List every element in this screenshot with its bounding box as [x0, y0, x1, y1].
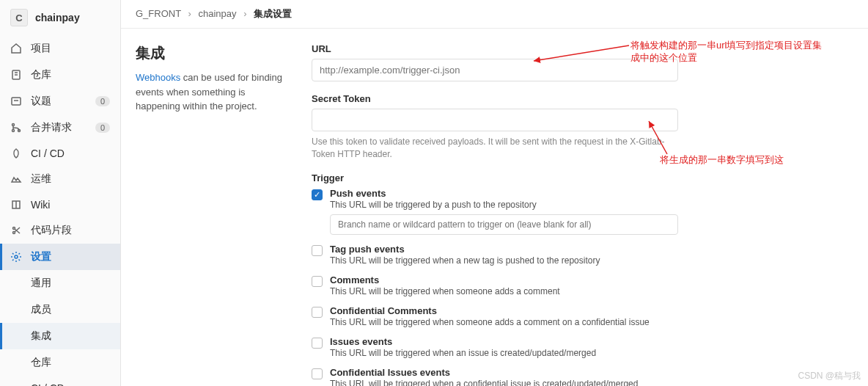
merge-icon [10, 122, 22, 134]
sidebar-item-repo[interactable]: 仓库 [0, 62, 120, 88]
url-input[interactable] [312, 59, 678, 81]
content: 集成 Webhooks can be used for binding even… [121, 29, 868, 386]
trigger-item: Confidential CommentsThis URL will be tr… [312, 305, 678, 327]
scissors-icon [10, 225, 22, 236]
trigger-checkbox[interactable] [312, 245, 323, 256]
trigger-desc: This URL will be triggered when a new ta… [330, 255, 678, 266]
sidebar-item-label: CI / CD [31, 382, 110, 386]
trigger-label-text: Confidential Comments [330, 305, 678, 316]
sidebar-item-cicd[interactable]: CI / CD [0, 141, 120, 166]
sidebar-sub-general[interactable]: 通用 [0, 270, 120, 296]
sidebar-sub-integrations[interactable]: 集成 [0, 323, 120, 349]
sidebar-item-label: 设置 [31, 250, 110, 263]
sidebar-item-label: 项目 [31, 42, 110, 55]
svg-point-3 [12, 130, 15, 132]
gear-icon [10, 251, 22, 263]
sidebar-sub-repo[interactable]: 仓库 [0, 349, 120, 376]
annotation-url: 将触发构建的那一串url填写到指定项目设置集 成中的这个位置 [630, 40, 822, 65]
rocket-icon [10, 148, 22, 159]
integration-title: 集成 [136, 43, 282, 63]
url-label: URL [312, 43, 678, 54]
breadcrumb-root[interactable]: G_FRONT [136, 8, 181, 19]
trigger-body: Push eventsThis URL will be triggered by… [330, 188, 678, 235]
secret-label: Secret Token [312, 93, 678, 104]
sidebar-item-label: CI / CD [31, 148, 110, 159]
trigger-checkbox[interactable]: ✓ [312, 189, 323, 200]
sidebar: C chainpay 项目 仓库 议题 0 合并请求 0 CI / CD 运维 [0, 0, 121, 386]
trigger-label: Trigger [312, 172, 678, 183]
project-badge: C [10, 9, 28, 26]
sidebar-item-project[interactable]: 项目 [0, 35, 120, 62]
sidebar-item-settings[interactable]: 设置 [0, 244, 120, 270]
home-icon [10, 43, 22, 54]
trigger-desc: This URL will be triggered when an issue… [330, 348, 678, 358]
trigger-item: ✓Push eventsThis URL will be triggered b… [312, 188, 678, 235]
sidebar-sub-members[interactable]: 成员 [0, 296, 120, 323]
trigger-item: Issues eventsThis URL will be triggered … [312, 336, 678, 358]
repo-icon [10, 69, 22, 81]
watermark: CSDN @稿与我 [798, 370, 861, 382]
breadcrumb-mid[interactable]: chainpay [198, 8, 236, 19]
trigger-label-text: Push events [330, 188, 678, 199]
trigger-label-text: Tag push events [330, 244, 678, 255]
trigger-body: Issues eventsThis URL will be triggered … [330, 336, 678, 358]
sidebar-item-snippet[interactable]: 代码片段 [0, 217, 120, 244]
trigger-item: Tag push eventsThis URL will be triggere… [312, 244, 678, 266]
breadcrumb: G_FRONT › chainpay › 集成设置 [121, 0, 868, 29]
trigger-desc: This URL will be triggered by a push to … [330, 200, 678, 210]
sidebar-item-label: 集成 [31, 329, 110, 343]
book-icon [10, 199, 22, 211]
url-group: URL [312, 43, 678, 81]
trigger-body: Confidential CommentsThis URL will be tr… [330, 305, 678, 327]
trigger-item: CommentsThis URL will be triggered when … [312, 274, 678, 296]
sidebar-item-label: 合并请求 [31, 121, 87, 134]
merge-badge: 0 [95, 123, 110, 133]
integration-desc: Webhooks can be used for binding events … [136, 70, 282, 114]
trigger-branch-input[interactable] [330, 214, 678, 235]
webhook-form: URL Secret Token Use this token to valid… [312, 43, 678, 371]
trigger-desc: This URL will be triggered when someone … [330, 286, 678, 296]
trigger-item: Confidential Issues eventsThis URL will … [312, 367, 678, 386]
trigger-body: Confidential Issues eventsThis URL will … [330, 367, 678, 386]
settings-subitems: 通用 成员 集成 仓库 CI / CD 运维 [0, 270, 120, 386]
breadcrumb-current: 集成设置 [254, 8, 292, 19]
trigger-checkbox[interactable] [312, 338, 323, 349]
trigger-checkbox[interactable] [312, 276, 323, 287]
breadcrumb-sep: › [188, 8, 191, 19]
sidebar-item-merge[interactable]: 合并请求 0 [0, 114, 120, 141]
sidebar-item-label: 议题 [31, 95, 87, 108]
svg-point-2 [12, 124, 15, 126]
ops-icon [10, 173, 22, 185]
sidebar-sub-cicd[interactable]: CI / CD [0, 376, 120, 386]
sidebar-item-label: 通用 [31, 277, 110, 290]
secret-help: Use this token to validate received payl… [312, 136, 678, 161]
trigger-body: CommentsThis URL will be triggered when … [330, 274, 678, 296]
trigger-label-text: Comments [330, 274, 678, 285]
trigger-checkbox[interactable] [312, 368, 323, 379]
issues-badge: 0 [95, 96, 110, 106]
sidebar-item-label: 仓库 [31, 68, 110, 81]
sidebar-item-wiki[interactable]: Wiki [0, 192, 120, 217]
secret-group: Secret Token Use this token to validate … [312, 93, 678, 161]
trigger-label-text: Confidential Issues events [330, 367, 678, 378]
annotation-secret: 将生成的那一串数字填写到这 [660, 154, 784, 167]
sidebar-header[interactable]: C chainpay [0, 0, 120, 35]
integration-info: 集成 Webhooks can be used for binding even… [136, 43, 282, 371]
issues-icon [10, 95, 22, 107]
sidebar-item-label: Wiki [31, 199, 110, 211]
sidebar-item-label: 成员 [31, 303, 110, 316]
trigger-desc: This URL will be triggered when someone … [330, 317, 678, 327]
project-name: chainpay [35, 12, 80, 23]
sidebar-item-label: 运维 [31, 172, 110, 186]
svg-point-7 [15, 255, 18, 258]
secret-input[interactable] [312, 109, 678, 131]
webhooks-link[interactable]: Webhooks [136, 72, 180, 83]
sidebar-item-ops[interactable]: 运维 [0, 166, 120, 192]
trigger-label-text: Issues events [330, 336, 678, 347]
sidebar-item-issues[interactable]: 议题 0 [0, 88, 120, 114]
trigger-group: Trigger ✓Push eventsThis URL will be tri… [312, 172, 678, 386]
trigger-body: Tag push eventsThis URL will be triggere… [330, 244, 678, 266]
trigger-checkbox[interactable] [312, 307, 323, 318]
trigger-desc: This URL will be triggered when a confid… [330, 379, 678, 386]
breadcrumb-sep: › [243, 8, 246, 19]
